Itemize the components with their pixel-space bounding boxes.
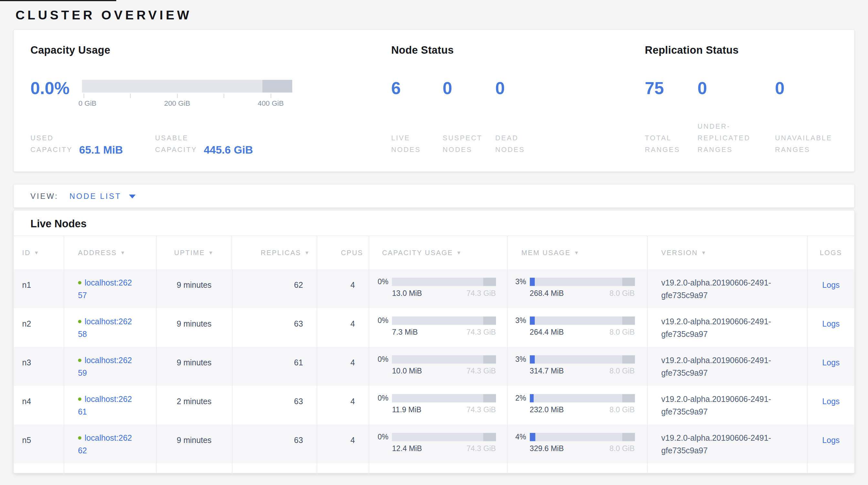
column-header-replicas[interactable]: REPLICAS▼ — [232, 236, 317, 269]
node-logs-cell: Logs — [808, 269, 854, 308]
live-status-icon — [78, 397, 82, 401]
node-address-link[interactable]: localhost:26262 — [78, 434, 132, 455]
unavailable-ranges-label: UNAVAILABLE RANGES — [775, 133, 835, 156]
sort-arrow-icon: ▼ — [34, 250, 40, 255]
node-replicas-cell: 63 — [232, 425, 317, 463]
column-header-version[interactable]: VERSION▼ — [647, 236, 808, 269]
node-address-link[interactable]: localhost:26261 — [78, 395, 132, 417]
chevron-down-icon[interactable] — [129, 195, 136, 199]
node-logs-cell: Logs — [808, 347, 854, 386]
table-row: n2 localhost:26258 9 minutes 63 4 0% 7.3… — [14, 308, 854, 347]
node-address-link[interactable]: localhost:26259 — [78, 356, 132, 378]
capacity-gauge-bar — [82, 80, 292, 92]
capacity-total-value: 74.3 GiB — [466, 367, 496, 375]
live-status-icon — [78, 436, 82, 439]
node-cpus-cell: 4 — [317, 425, 369, 463]
node-address-link[interactable]: localhost:26258 — [78, 317, 132, 339]
logs-link[interactable]: Logs — [822, 280, 840, 289]
view-selector-bar: VIEW: NODE LIST — [13, 184, 855, 208]
view-dropdown[interactable]: NODE LIST — [69, 192, 121, 200]
node-replicas-cell: 63 — [232, 308, 317, 347]
live-nodes-card: Live Nodes ID▼ ADDRESS▼ UPTIME▼ REPLICAS… — [13, 210, 855, 473]
column-header-id[interactable]: ID▼ — [14, 236, 64, 269]
node-address-link[interactable]: localhost:26257 — [78, 278, 132, 300]
node-address-cell: localhost:26261 — [64, 386, 157, 425]
mem-usage-cell: 4% 329.6 MiB 8.0 GiB — [507, 425, 647, 463]
unavailable-ranges-stat: 0 UNAVAILABLE RANGES — [775, 80, 838, 156]
cluster-summary-card: Capacity Usage 0.0% 0 GiB 200 GiB 400 Gi… — [13, 29, 855, 172]
mem-used-value: 329.6 MiB — [530, 445, 564, 453]
usable-capacity-label: USABLE CAPACITY — [155, 133, 197, 156]
total-ranges-stat: 75 TOTAL RANGES — [645, 80, 698, 156]
node-uptime-cell: 9 minutes — [157, 347, 232, 386]
mem-total-value: 8.0 GiB — [609, 406, 634, 414]
capacity-gauge: 0 GiB 200 GiB 400 GiB — [82, 80, 292, 108]
mem-total-value: 8.0 GiB — [609, 445, 634, 453]
axis-tick-label: 400 GiB — [258, 99, 284, 108]
capacity-usage-cell: 0% 10.0 MiB 74.3 GiB — [369, 347, 507, 386]
node-id-cell: n3 — [14, 347, 64, 386]
used-capacity-stat: USED CAPACITY 65.1 MiB — [30, 133, 123, 156]
total-ranges-label: TOTAL RANGES — [645, 133, 698, 156]
mem-used-value: 232.0 MiB — [530, 406, 564, 414]
node-version-cell: v19.2.0-alpha.20190606-2491-gfe735c9a97 — [647, 386, 808, 425]
node-cpus-cell: 4 — [317, 386, 369, 425]
under-replicated-label: UNDER-REPLICATED RANGES — [698, 121, 757, 156]
mem-bar-reserved-segment — [622, 433, 634, 441]
capacity-used-value: 10.0 MiB — [392, 367, 422, 375]
live-status-icon — [78, 359, 82, 362]
logs-link[interactable]: Logs — [822, 358, 840, 367]
dead-nodes-label: DEAD NODES — [495, 133, 535, 156]
mem-percent-label: 4% — [516, 433, 530, 441]
node-replicas-cell: 61 — [232, 347, 317, 386]
mem-total-value: 8.0 GiB — [609, 289, 634, 298]
capacity-percent-label: 0% — [377, 278, 392, 286]
sort-arrow-icon: ▼ — [574, 250, 580, 255]
capacity-bar — [392, 355, 496, 364]
capacity-total-value: 74.3 GiB — [466, 328, 496, 337]
mem-usage-cell: 3% 264.4 MiB 8.0 GiB — [507, 308, 647, 347]
used-capacity-value: 65.1 MiB — [79, 144, 123, 156]
node-id-cell: n4 — [14, 386, 64, 425]
under-replicated-stat: 0 UNDER-REPLICATED RANGES — [698, 80, 775, 156]
logs-link[interactable]: Logs — [822, 397, 840, 405]
mem-total-value: 8.0 GiB — [609, 367, 634, 375]
page-title: CLUSTER OVERVIEW — [13, 0, 855, 29]
capacity-usage-cell: 0% 11.9 MiB 74.3 GiB — [369, 386, 507, 425]
column-header-mem-usage[interactable]: MEM USAGE▼ — [507, 236, 647, 269]
live-status-icon — [78, 320, 82, 323]
column-header-uptime[interactable]: UPTIME▼ — [157, 236, 232, 269]
mem-bar — [530, 394, 634, 403]
capacity-total-value: 74.3 GiB — [466, 289, 496, 298]
capacity-usage-cell: 0% 7.3 MiB 74.3 GiB — [369, 308, 507, 347]
live-nodes-value: 6 — [391, 80, 442, 98]
replication-status-section: Replication Status 75 TOTAL RANGES 0 UND… — [645, 44, 838, 156]
dead-nodes-stat: 0 DEAD NODES — [495, 80, 556, 156]
column-header-cpus[interactable]: CPUS — [317, 236, 369, 269]
usable-capacity-stat: USABLE CAPACITY 445.6 GiB — [155, 133, 253, 156]
mem-percent-label: 3% — [516, 278, 530, 286]
mem-bar — [530, 355, 634, 364]
capacity-bar — [392, 394, 496, 403]
logs-link[interactable]: Logs — [822, 319, 840, 328]
suspect-nodes-stat: 0 SUSPECT NODES — [443, 80, 495, 156]
capacity-used-percent: 0.0% — [30, 80, 82, 97]
node-uptime-cell: 9 minutes — [157, 308, 232, 347]
node-address-cell: localhost:26258 — [64, 308, 157, 347]
logs-link[interactable]: Logs — [822, 435, 840, 444]
node-version-cell: v19.2.0-alpha.20190606-2491-gfe735c9a97 — [647, 269, 808, 308]
capacity-bar-reserved-segment — [483, 278, 496, 286]
mem-bar-reserved-segment — [622, 355, 634, 364]
sort-arrow-icon: ▼ — [208, 250, 214, 255]
capacity-bar — [392, 433, 496, 441]
capacity-bar — [392, 278, 496, 286]
capacity-used-value: 7.3 MiB — [392, 328, 418, 337]
column-header-capacity-usage[interactable]: CAPACITY USAGE▼ — [369, 236, 507, 269]
capacity-total-value: 74.3 GiB — [466, 406, 496, 414]
under-replicated-value: 0 — [698, 80, 775, 98]
column-header-address[interactable]: ADDRESS▼ — [64, 236, 157, 269]
node-address-cell: localhost:26257 — [64, 269, 157, 308]
usable-capacity-value: 445.6 GiB — [204, 144, 253, 156]
mem-bar-reserved-segment — [622, 278, 634, 286]
node-cpus-cell: 4 — [317, 347, 369, 386]
